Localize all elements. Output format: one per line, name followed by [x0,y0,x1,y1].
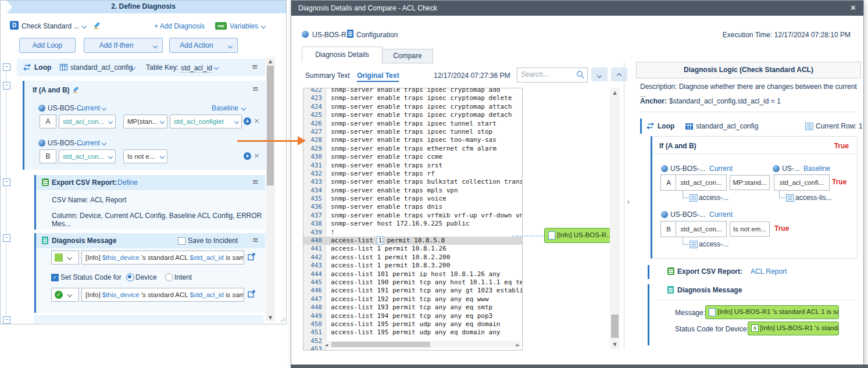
message-color-dropdown[interactable] [51,251,79,265]
tab-diagnosis-details[interactable]: Diagnosis Details [302,47,383,63]
scroll-right-icon[interactable]: ► [516,342,520,348]
subtab-original-text[interactable]: Original Text [357,72,399,82]
loop-icon [23,63,31,73]
add-condition-icon[interactable]: + [244,117,251,125]
condition-a-operator-dropdown[interactable]: MP(stan... [123,115,167,128]
add-loop-button[interactable]: Add Loop [19,38,76,53]
annotation-chip[interactable]: [Info] US-BOS-R... [544,228,610,243]
open-external-icon[interactable] [248,290,255,299]
hscrollbar-thumb[interactable] [331,342,430,347]
menu-icon[interactable]: ≡ [252,84,259,93]
chevron-down-icon[interactable] [82,24,87,28]
edit-pencil-icon[interactable] [72,85,80,95]
baseline-dropdown[interactable]: Baseline [212,104,238,112]
message-input[interactable]: [Info] $this_device 's standard ACL $std… [81,251,244,265]
status-chip[interactable]: S [Info] US-BOS-R1 's standa... [748,321,839,335]
code-line: 435snmp-server enable traps voice [303,195,523,203]
status-input[interactable]: [Info] $this_device 's standard ACL $std… [81,288,244,302]
collapse-panel-icon[interactable]: › [627,197,630,206]
code-line: 446access-list 191 permit tcp any any gt… [303,287,523,295]
logic-export-link[interactable]: ACL Report [751,267,787,276]
condition-a-field-dropdown[interactable]: std_acl_con... [59,115,116,128]
add-action-button[interactable]: Add Action [169,38,224,53]
table-key-dropdown[interactable]: std_acl_id [181,64,212,73]
chevron-down-icon[interactable] [102,106,106,110]
scroll-left-icon[interactable]: ◄ [324,342,328,348]
status-color-dropdown[interactable]: ✓ [51,288,79,302]
remove-condition-icon[interactable]: × [253,151,260,160]
variables-dropdown[interactable]: Variables [230,22,258,30]
add-diagnosis-button[interactable]: + Add Diagnosis [154,22,205,30]
logic-a-leaf2[interactable]: access-lis... [795,194,832,202]
add-if-then-menu-button[interactable] [148,38,163,53]
collapse-minus-icon[interactable]: − [3,234,10,242]
scrollbar-thumb[interactable] [267,66,274,185]
condition-a-scope-dropdown[interactable]: Current [77,104,100,112]
logic-b-leaf[interactable]: access-... [699,240,728,248]
code-line: 436snmp-server enable traps dnis [303,203,523,211]
horizontal-scrollbar[interactable]: ◄ ► [323,341,521,348]
logic-a-leaf1[interactable]: access-... [699,194,728,202]
scroll-up-icon[interactable]: ▲ [610,90,620,95]
config-code-panel[interactable]: 422snmp-server enable traps ipsec crypto… [303,88,523,351]
edit-pencil-icon[interactable] [93,21,101,31]
tab-compare[interactable]: Compare [382,49,433,63]
logic-description: Description: Diagnose whether there are … [640,83,863,99]
add-if-then-button[interactable]: Add If-then [84,38,149,53]
menu-icon[interactable]: ≡ [252,235,259,244]
tree-connector [6,70,6,318]
condition-b-operator-dropdown[interactable]: Is not e... [123,149,167,163]
logic-b-device: US-BOS-... [670,210,705,219]
scroll-down-icon[interactable]: ▼ [610,342,620,347]
subtab-summary-text[interactable]: Summary Text [305,72,349,80]
diagnosis-name-dropdown[interactable]: Check Standard ... [22,22,79,30]
code-line: 444access-list 101 permit ip host 10.8.1… [303,270,523,278]
loop-row[interactable]: Loop standard_acl_config Table Key: std_… [17,59,265,76]
code-line: 429snmp-server enable traps ethernet cfm… [303,145,523,153]
message-label: Message: [675,309,705,317]
loop-table-dropdown[interactable]: standard_acl_config [70,63,133,72]
open-external-icon[interactable] [248,253,255,262]
close-icon[interactable]: ✕ [850,3,856,12]
collapse-minus-icon[interactable]: − [3,178,10,186]
scroll-up-icon[interactable]: ▲ [266,59,275,64]
condition-b-field-dropdown[interactable]: std_acl_con... [59,149,116,163]
details-scrollbar[interactable]: ▲ ▼ [610,88,620,349]
collapse-minus-icon[interactable]: − [3,316,10,324]
menu-icon[interactable]: ≡ [252,177,259,186]
collapse-minus-icon[interactable]: − [3,63,10,71]
find-prev-button[interactable] [611,67,627,81]
chevron-down-icon[interactable] [102,141,106,145]
message-chip[interactable]: [Info] US-BOS-R1 's standard ACL 1 is sa… [705,305,839,319]
logic-a-result: True [832,178,846,186]
collapse-minus-icon[interactable]: − [3,82,10,90]
device-radio[interactable] [126,273,134,281]
find-next-button[interactable] [591,67,608,81]
condition-b-scope-dropdown[interactable]: Current [77,139,100,147]
save-to-incident-checkbox[interactable] [178,237,185,245]
set-status-checkbox[interactable]: ✓ [51,274,59,281]
tree-connector [779,191,785,198]
add-action-menu-button[interactable] [223,38,238,53]
code-line: 441access-list 1 permit 10.8.1.26 [303,245,523,253]
intent-radio[interactable] [165,273,173,281]
menu-icon[interactable]: ≡ [252,62,258,71]
diagnosis-dialog: Diagnosis Details and Compare - ACL Chec… [291,0,864,366]
search-input[interactable]: Search... [517,67,588,83]
panel-scrollbar[interactable]: ▲ ▼ [266,58,275,321]
scroll-down-icon[interactable]: ▼ [266,315,275,320]
add-condition-icon[interactable]: + [244,152,251,160]
pointer-arrow-head [298,136,306,145]
chevron-down-icon[interactable] [261,24,266,28]
chevron-down-icon[interactable] [214,65,219,70]
export-csv-block: Export CSV Report: Define ≡ CSV Name: AC… [34,175,265,230]
search-icon[interactable] [576,70,585,81]
chevron-down-icon[interactable] [241,106,246,110]
export-csv-define-link[interactable]: Define [117,178,138,187]
remove-condition-icon[interactable]: × [253,116,260,125]
condition-a-value-dropdown[interactable]: std_acl_configlet [170,115,242,128]
panel-resize-handle[interactable] [279,316,285,322]
pointer-arrow [237,140,299,142]
export-csv-header: Export CSV Report: Define ≡ [36,175,265,190]
scrollbar-thumb[interactable] [611,315,619,338]
